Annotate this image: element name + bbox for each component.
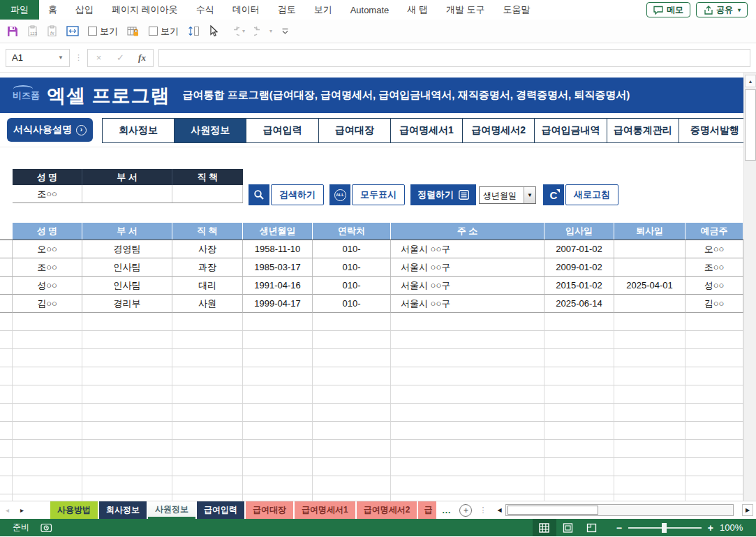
view-checkbox-2[interactable]: 보기 bbox=[149, 25, 179, 38]
table-cell[interactable] bbox=[391, 367, 544, 385]
chevron-down-icon[interactable]: ▼ bbox=[524, 187, 535, 203]
table-cell[interactable] bbox=[172, 494, 243, 501]
table-cell[interactable] bbox=[13, 313, 82, 331]
table-cell[interactable] bbox=[13, 331, 82, 349]
table-cell[interactable] bbox=[82, 404, 172, 422]
sheet-tab-2[interactable]: 회사정보 bbox=[99, 501, 147, 519]
table-cell[interactable]: 김○○ bbox=[685, 295, 743, 313]
scroll-up-icon[interactable]: ▲ bbox=[745, 75, 756, 87]
table-cell[interactable] bbox=[313, 331, 391, 349]
undo-icon[interactable]: ▾ bbox=[254, 26, 272, 36]
sheet-nav-right-icon[interactable]: ▸ bbox=[15, 506, 29, 514]
table-cell[interactable] bbox=[391, 313, 544, 331]
sort-field-dropdown[interactable]: 생년월일 ▼ bbox=[479, 186, 536, 204]
name-box[interactable]: A1 ▼ bbox=[6, 49, 70, 67]
sheet-tabs-overflow[interactable]: ... bbox=[442, 506, 451, 515]
zoom-out-icon[interactable]: − bbox=[616, 522, 622, 534]
table-cell[interactable] bbox=[614, 295, 685, 313]
table-cell[interactable]: 성○○ bbox=[13, 277, 82, 295]
table-cell[interactable]: 2007-01-02 bbox=[544, 240, 614, 258]
table-cell[interactable] bbox=[82, 422, 172, 440]
sheet-tab-8[interactable]: 급 bbox=[418, 501, 436, 519]
table-cell[interactable] bbox=[544, 349, 614, 367]
table-cell[interactable] bbox=[82, 367, 172, 385]
table-cell[interactable] bbox=[243, 367, 313, 385]
menu-item-8[interactable]: Automate bbox=[341, 0, 399, 20]
vertical-scrollbar-thumb[interactable] bbox=[745, 89, 756, 161]
vertical-scrollbar[interactable]: ▲ bbox=[743, 73, 756, 501]
table-cell[interactable] bbox=[614, 258, 685, 277]
page-break-view-button[interactable] bbox=[580, 519, 604, 536]
table-cell[interactable]: 1991-04-16 bbox=[243, 277, 313, 295]
table-cell[interactable] bbox=[685, 367, 743, 385]
sheet-tab-3[interactable]: 사원정보 bbox=[148, 501, 195, 519]
sheet-tab-5[interactable]: 급여대장 bbox=[246, 501, 293, 519]
table-cell[interactable] bbox=[614, 385, 685, 404]
table-cell[interactable]: 2015-01-02 bbox=[544, 277, 614, 295]
table-cell[interactable] bbox=[685, 494, 743, 501]
menu-item-1[interactable]: 홈 bbox=[39, 0, 66, 20]
search-button[interactable]: 검색하기 bbox=[249, 184, 324, 205]
table-cell[interactable] bbox=[685, 476, 743, 494]
formula-input[interactable] bbox=[158, 49, 750, 67]
section-tab-2[interactable]: 사원정보 bbox=[174, 118, 246, 143]
table-cell[interactable]: 1958-11-10 bbox=[243, 240, 313, 258]
comments-button[interactable]: 메모 bbox=[646, 2, 690, 17]
table-cell[interactable] bbox=[685, 404, 743, 422]
table-cell[interactable] bbox=[614, 494, 685, 501]
sheet-tab-6[interactable]: 급여명세서1 bbox=[295, 501, 355, 519]
column-width-icon[interactable] bbox=[66, 26, 79, 36]
paste-values-icon[interactable]: 123 bbox=[27, 25, 38, 37]
sheet-tab-4[interactable]: 급여입력 bbox=[197, 501, 244, 519]
table-cell[interactable] bbox=[544, 440, 614, 458]
cancel-icon[interactable]: × bbox=[88, 52, 110, 63]
table-cell[interactable] bbox=[313, 440, 391, 458]
table-cell[interactable] bbox=[391, 385, 544, 404]
chevron-down-icon[interactable]: ▼ bbox=[58, 54, 64, 61]
zoom-slider[interactable] bbox=[628, 527, 702, 529]
table-cell[interactable] bbox=[313, 476, 391, 494]
table-cell[interactable] bbox=[82, 349, 172, 367]
table-cell[interactable] bbox=[544, 494, 614, 501]
table-cell[interactable]: 사장 bbox=[172, 240, 243, 258]
table-cell[interactable] bbox=[685, 313, 743, 331]
table-cell[interactable]: 서울시 ○○구 bbox=[391, 295, 544, 313]
table-cell[interactable] bbox=[391, 331, 544, 349]
table-cell[interactable] bbox=[172, 458, 243, 476]
table-cell[interactable]: 인사팀 bbox=[82, 277, 172, 295]
scroll-right-icon[interactable]: ▶ bbox=[742, 504, 753, 516]
menu-item-5[interactable]: 데이터 bbox=[223, 0, 269, 20]
table-cell[interactable] bbox=[614, 349, 685, 367]
table-cell[interactable] bbox=[313, 313, 391, 331]
table-cell[interactable] bbox=[614, 331, 685, 349]
table-cell[interactable]: 1999-04-17 bbox=[243, 295, 313, 313]
cursor-icon[interactable] bbox=[209, 25, 218, 37]
table-cell[interactable] bbox=[391, 422, 544, 440]
table-cell[interactable] bbox=[172, 331, 243, 349]
table-cell[interactable] bbox=[13, 385, 82, 404]
section-tab-3[interactable]: 급여입력 bbox=[246, 118, 318, 143]
table-cell[interactable] bbox=[82, 440, 172, 458]
table-cell[interactable] bbox=[391, 494, 544, 501]
section-tab-7[interactable]: 급여입금내역 bbox=[534, 118, 607, 143]
menu-item-2[interactable]: 삽입 bbox=[66, 0, 103, 20]
sheet-nav-left-icon[interactable]: ◂ bbox=[0, 506, 15, 514]
table-cell[interactable] bbox=[544, 458, 614, 476]
add-sheet-icon[interactable]: + bbox=[459, 504, 472, 517]
table-cell[interactable] bbox=[614, 404, 685, 422]
menu-item-11[interactable]: 도움말 bbox=[494, 0, 540, 20]
search-input-cell[interactable]: 조○○ bbox=[13, 185, 82, 203]
table-cell[interactable] bbox=[614, 440, 685, 458]
scroll-left-icon[interactable]: ◀ bbox=[494, 507, 505, 513]
table-cell[interactable] bbox=[313, 385, 391, 404]
table-cell[interactable] bbox=[13, 476, 82, 494]
share-button[interactable]: 공유 ▾ bbox=[696, 2, 748, 17]
table-cell[interactable] bbox=[685, 440, 743, 458]
toolbar-overflow-icon[interactable] bbox=[281, 28, 289, 35]
protect-sheet-icon[interactable] bbox=[127, 26, 140, 37]
view-checkbox-1[interactable]: 보기 bbox=[88, 25, 118, 38]
table-cell[interactable] bbox=[13, 440, 82, 458]
chevron-down-icon[interactable]: ▾ bbox=[242, 28, 245, 34]
table-cell[interactable] bbox=[243, 422, 313, 440]
table-cell[interactable]: 대리 bbox=[172, 277, 243, 295]
